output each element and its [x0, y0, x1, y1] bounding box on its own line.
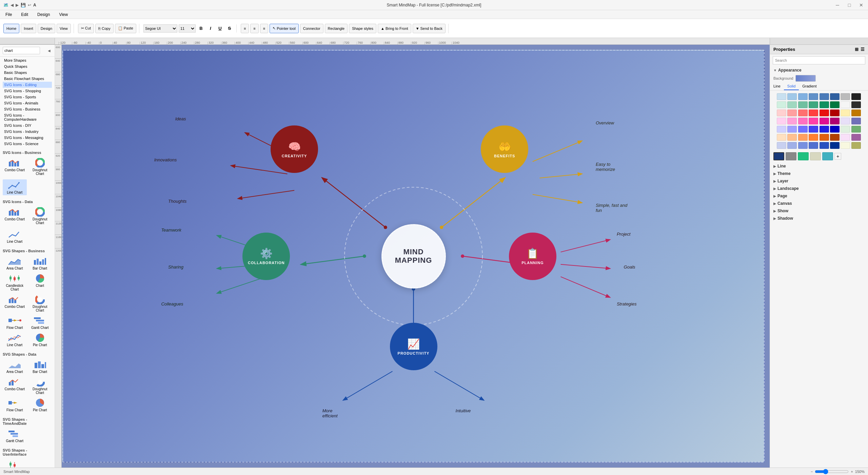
props-grid-view[interactable]: ⊞ — [855, 47, 859, 52]
font-family-select[interactable]: Segoe UI — [143, 24, 177, 33]
color-swatch[interactable] — [830, 118, 840, 124]
color-swatch[interactable] — [809, 93, 818, 100]
italic-button[interactable]: I — [206, 24, 215, 33]
shape-line-chart-2[interactable]: Line Chart — [3, 229, 27, 244]
shape-styles-button[interactable]: Shape styles — [349, 24, 376, 33]
sidebar-item-svg-shopping[interactable]: SVG Icons - Shopping — [3, 88, 52, 94]
sidebar-item-svg-animals[interactable]: SVG Icons - Animals — [3, 100, 52, 106]
tab-home[interactable]: Home — [3, 24, 19, 33]
zoom-out-button[interactable]: − — [811, 470, 813, 474]
send-to-back-button[interactable]: ▼ Send to Back — [413, 24, 446, 33]
shape-combo-chart-d[interactable]: Combo Chart — [3, 376, 27, 396]
color-swatch[interactable] — [820, 118, 829, 124]
paste-button[interactable]: 📋 Paste — [115, 24, 136, 33]
menu-design[interactable]: Design — [35, 12, 52, 18]
node-productivity[interactable]: 📈 PRODUCTIVITY — [390, 323, 437, 370]
sidebar-item-svg-industry[interactable]: SVG Icons - Industry — [3, 128, 52, 135]
color-swatch[interactable] — [841, 126, 850, 133]
page-section[interactable]: ▶ Page — [770, 192, 868, 200]
sidebar-item-basic-flowchart[interactable]: Basic Flowchart Shapes — [3, 76, 52, 82]
font-size-select[interactable]: 11 — [179, 24, 196, 33]
color-swatch[interactable] — [777, 110, 786, 116]
color-swatch[interactable] — [820, 110, 829, 116]
color-swatch[interactable] — [851, 134, 861, 141]
sidebar-item-svg-messaging[interactable]: SVG Icons - Messaging — [3, 135, 52, 141]
shape-gantt-chart-b[interactable]: Gantt Chart — [28, 315, 52, 331]
color-swatch[interactable] — [851, 118, 861, 124]
node-benefits[interactable]: 🤲 BENEFITS — [481, 125, 528, 173]
color-swatch[interactable] — [777, 126, 786, 133]
sidebar-collapse-button[interactable]: ◀ — [46, 48, 52, 53]
layer-section[interactable]: ▶ Layer — [770, 177, 868, 185]
copy-button[interactable]: ⎘ Copy — [95, 24, 114, 33]
align-center-button[interactable]: ≡ — [250, 24, 258, 33]
shape-combo-chart-b[interactable]: Combo Chart — [3, 294, 27, 313]
shape-pie-chart-b[interactable]: Pie Chart — [28, 332, 52, 348]
tab-gradient[interactable]: Gradient — [799, 83, 820, 90]
color-swatch[interactable] — [841, 134, 850, 141]
menu-edit[interactable]: Edit — [19, 12, 30, 18]
shape-doughnut-chart-b[interactable]: Doughnut Chart — [28, 294, 52, 313]
color-swatch[interactable] — [820, 93, 829, 100]
theme-section[interactable]: ▶ Theme — [770, 170, 868, 177]
sidebar-item-svg-sports[interactable]: SVG Icons - Sports — [3, 94, 52, 100]
color-swatch[interactable] — [777, 93, 786, 100]
shape-doughnut-chart-d[interactable]: Doughnut Chart — [28, 376, 52, 396]
section-svg-shapes-timedate[interactable]: SVG Shapes - TimeAndDate — [0, 416, 55, 427]
shape-chart-b[interactable]: Chart — [28, 273, 52, 292]
props-list-view[interactable]: ☰ — [861, 47, 865, 52]
color-swatch[interactable] — [830, 126, 840, 133]
color-swatch[interactable] — [787, 118, 797, 124]
underline-button[interactable]: U — [216, 24, 224, 33]
color-swatch[interactable] — [798, 93, 808, 100]
sidebar-item-svg-editing[interactable]: SVG Icons - Editing — [3, 82, 52, 88]
color-swatch[interactable] — [820, 126, 829, 133]
canvas-section[interactable]: ▶ Canvas — [770, 200, 868, 207]
pointer-tool-button[interactable]: ↖ Pointer tool — [270, 24, 299, 33]
toolbar-save[interactable]: 💾 — [21, 3, 26, 7]
color-swatch[interactable] — [809, 134, 818, 141]
sidebar-item-basic-shapes[interactable]: Basic Shapes — [3, 70, 52, 76]
toolbar-undo[interactable]: ↩ — [28, 3, 31, 7]
appearance-section-title[interactable]: ▼ Appearance — [770, 66, 868, 74]
color-swatch[interactable] — [798, 110, 808, 116]
color-swatch-teal[interactable] — [822, 152, 833, 160]
shape-pie-chart-d[interactable]: Pie Chart — [28, 397, 52, 413]
minimize-button[interactable]: ─ — [834, 2, 841, 8]
color-swatch[interactable] — [798, 142, 808, 149]
shape-flow-chart-b[interactable]: Flow Chart — [3, 315, 27, 331]
section-svg-shapes-ui[interactable]: SVG Shapes - UserInterface — [0, 447, 55, 457]
align-right-button[interactable]: ≡ — [260, 24, 268, 33]
strikethrough-button[interactable]: S — [225, 24, 234, 33]
node-planning[interactable]: 📋 PLANNING — [509, 233, 556, 280]
color-swatch[interactable] — [820, 101, 829, 108]
color-swatch[interactable] — [809, 110, 818, 116]
color-swatch-gray[interactable] — [786, 152, 796, 160]
color-swatch[interactable] — [777, 118, 786, 124]
color-swatch[interactable] — [851, 126, 861, 133]
section-svg-icons-business[interactable]: SVG Icons - Business — [0, 149, 55, 156]
section-svg-icons-data[interactable]: SVG Icons - Data — [0, 198, 55, 205]
sidebar-item-quick-shapes[interactable]: Quick Shapes — [3, 63, 52, 70]
color-swatch[interactable] — [830, 142, 840, 149]
color-swatch[interactable] — [787, 110, 797, 116]
color-swatch[interactable] — [851, 110, 861, 116]
node-center[interactable]: MINDMAPPING — [381, 224, 446, 289]
properties-search-input[interactable] — [773, 56, 865, 64]
toolbar-text[interactable]: A — [33, 3, 36, 7]
color-swatch[interactable] — [809, 101, 818, 108]
zoom-in-button[interactable]: + — [851, 470, 853, 474]
line-section[interactable]: ▶ Line — [770, 162, 868, 170]
color-swatch[interactable] — [787, 126, 797, 133]
canvas-area[interactable]: 600 640 680 720 760 800 840 880 920 960 … — [55, 45, 770, 468]
color-swatch[interactable] — [777, 101, 786, 108]
color-swatch[interactable] — [798, 126, 808, 133]
color-swatch[interactable] — [820, 134, 829, 141]
color-swatch[interactable] — [809, 126, 818, 133]
rectangle-button[interactable]: Rectangle — [325, 24, 348, 33]
sidebar-item-svg-computerhardware[interactable]: SVG Icons - ComputerHardware — [3, 112, 52, 122]
add-color-button[interactable]: + — [834, 153, 841, 160]
shape-combo-chart-2[interactable]: Combo Chart — [3, 206, 27, 226]
menu-view[interactable]: View — [57, 12, 70, 18]
shape-line-chart-1[interactable]: Line Chart — [3, 179, 27, 195]
